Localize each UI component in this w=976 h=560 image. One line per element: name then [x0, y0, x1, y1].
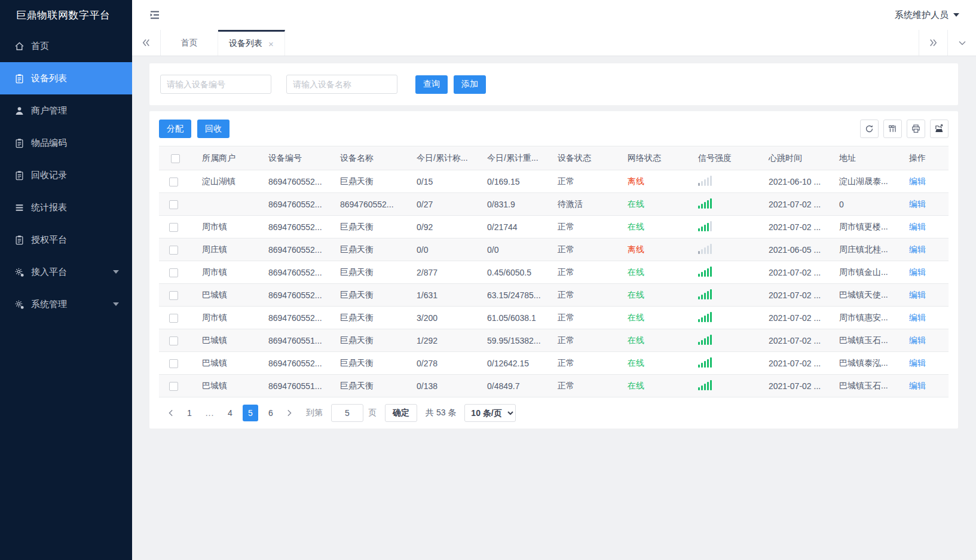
device-no-cell: 8694760552...	[258, 216, 329, 238]
row-checkbox[interactable]	[169, 200, 178, 209]
edit-link[interactable]: 编辑	[909, 335, 926, 345]
add-button[interactable]: 添加	[454, 75, 486, 94]
page-number-5[interactable]: 5	[243, 405, 258, 421]
tab-home[interactable]: 首页	[161, 30, 218, 56]
sidebar-item-device-list[interactable]: 设备列表	[0, 62, 132, 94]
sidebar-item-access-platform[interactable]: 接入平台	[0, 256, 132, 288]
next-page-icon[interactable]	[281, 405, 298, 421]
sidebar-item-item-code[interactable]: 物品编码	[0, 127, 132, 159]
column-header: 设备状态	[547, 146, 617, 170]
query-button[interactable]: 查询	[415, 75, 448, 94]
signal-strength-icon	[698, 380, 712, 390]
row-checkbox[interactable]	[169, 268, 178, 277]
device-status-cell: 正常	[547, 216, 617, 238]
edit-link[interactable]: 编辑	[909, 222, 926, 231]
edit-link[interactable]: 编辑	[909, 199, 926, 209]
device-name-input[interactable]	[286, 75, 397, 94]
device-name-cell: 巨鼎天衡	[329, 284, 406, 307]
row-checkbox[interactable]	[169, 291, 178, 300]
page-number-4[interactable]: 4	[222, 405, 238, 421]
address-cell: 周市镇惠安...	[828, 307, 898, 329]
row-checkbox[interactable]	[169, 359, 178, 368]
heartbeat-cell: 2021-07-02 ...	[758, 375, 828, 397]
page-number-6[interactable]: 6	[263, 405, 279, 421]
device-table: 所属商户设备编号设备名称今日/累计称...今日/累计重...设备状态网络状态信号…	[159, 146, 949, 397]
sidebar-item-label: 回收记录	[31, 170, 67, 181]
sidebar-item-system-manage[interactable]: 系统管理	[0, 288, 132, 320]
row-checkbox[interactable]	[169, 382, 178, 391]
sidebar-item-stats-report[interactable]: 统计报表	[0, 191, 132, 224]
edit-link[interactable]: 编辑	[909, 267, 926, 277]
goto-confirm-button[interactable]: 确定	[385, 404, 417, 422]
edit-link[interactable]: 编辑	[909, 244, 926, 254]
search-panel: 查询 添加	[149, 63, 958, 105]
device-no-cell: 8694760551...	[258, 329, 329, 352]
tab-close-icon[interactable]: ×	[268, 39, 274, 48]
tabs-menu-button[interactable]	[947, 30, 976, 56]
merchant-cell: 周市镇	[191, 216, 258, 238]
network-status: 在线	[617, 193, 687, 216]
tabs-scroll-left-button[interactable]	[132, 30, 161, 56]
goto-suffix-label: 页	[368, 408, 377, 418]
device-no-input[interactable]	[160, 75, 271, 94]
tabs-scroll-right-button[interactable]	[919, 30, 947, 56]
user-caret-down-icon	[953, 13, 959, 17]
sidebar-item-auth-platform[interactable]: 授权平台	[0, 224, 132, 256]
merchant-cell: 周庄镇	[191, 238, 258, 261]
pagination: 1...456 到第 页 确定 共 53 条 10 条/页	[159, 397, 949, 429]
column-header: 设备编号	[258, 146, 329, 170]
device-no-cell: 8694760552...	[258, 261, 329, 284]
sidebar-item-label: 物品编码	[31, 137, 67, 149]
heartbeat-cell: 2021-07-02 ...	[758, 307, 828, 329]
table-row: 淀山湖镇 8694760552... 巨鼎天衡 0/15 0/169.15 正常…	[159, 170, 949, 193]
network-status: 在线	[617, 216, 687, 238]
sidebar-item-merchant-manage[interactable]: 商户管理	[0, 94, 132, 127]
edit-link[interactable]: 编辑	[909, 290, 926, 299]
print-icon[interactable]	[907, 120, 925, 138]
row-checkbox[interactable]	[169, 223, 178, 232]
device-name-cell: 巨鼎天衡	[329, 216, 406, 238]
user-menu[interactable]: 系统维护人员	[895, 10, 959, 21]
heartbeat-cell: 2021-06-10 ...	[758, 170, 828, 193]
address-cell: 周庄镇北桂...	[828, 238, 898, 261]
device-name-cell: 巨鼎天衡	[329, 375, 406, 397]
address-cell: 巴城镇玉石...	[828, 375, 898, 397]
columns-icon[interactable]	[883, 120, 902, 138]
content-area: 查询 添加 分配 回收	[132, 56, 976, 560]
edit-link[interactable]: 编辑	[909, 176, 926, 186]
today-count-cell: 0/278	[406, 352, 476, 375]
edit-link[interactable]: 编辑	[909, 313, 926, 322]
sidebar-item-home[interactable]: 首页	[0, 30, 132, 62]
sidebar-item-recycle-record[interactable]: 回收记录	[0, 159, 132, 191]
edit-link[interactable]: 编辑	[909, 381, 926, 390]
edit-link[interactable]: 编辑	[909, 358, 926, 368]
recycle-button[interactable]: 回收	[197, 120, 230, 138]
device-name-cell: 巨鼎天衡	[329, 238, 406, 261]
row-checkbox[interactable]	[169, 314, 178, 323]
page-size-select[interactable]: 10 条/页	[464, 404, 516, 422]
export-icon[interactable]	[930, 120, 949, 138]
assign-button[interactable]: 分配	[159, 120, 191, 138]
today-weight-cell: 0/12642.15	[476, 352, 547, 375]
sidebar-item-label: 系统管理	[31, 299, 67, 310]
goto-page-input[interactable]	[331, 404, 363, 422]
device-name-cell: 8694760552...	[329, 193, 406, 216]
column-header: 操作	[898, 146, 949, 170]
row-checkbox[interactable]	[169, 246, 178, 255]
tab-device-list[interactable]: 设备列表×	[218, 30, 285, 56]
column-header: 今日/累计重...	[476, 146, 547, 170]
chevron-down-icon	[113, 302, 119, 306]
select-all-checkbox[interactable]	[171, 154, 180, 163]
table-row: 巴城镇 8694760551... 巨鼎天衡 1/292 59.95/15382…	[159, 329, 949, 352]
network-status: 在线	[617, 261, 687, 284]
table-body: 淀山湖镇 8694760552... 巨鼎天衡 0/15 0/169.15 正常…	[159, 170, 949, 397]
address-cell: 周市镇更楼...	[828, 216, 898, 238]
prev-page-icon[interactable]	[163, 405, 179, 421]
sidebar-fold-icon[interactable]	[148, 8, 162, 22]
page-ellipsis[interactable]: ...	[202, 405, 218, 421]
tabbar: 首页设备列表×	[132, 30, 976, 56]
page-number-1[interactable]: 1	[182, 405, 197, 421]
refresh-icon[interactable]	[860, 120, 879, 138]
row-checkbox[interactable]	[169, 336, 178, 345]
row-checkbox[interactable]	[169, 178, 178, 186]
